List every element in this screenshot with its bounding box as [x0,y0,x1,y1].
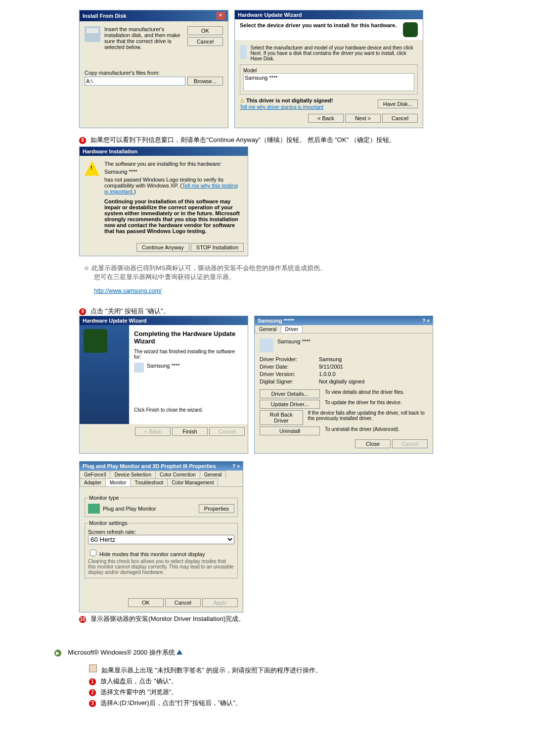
apply-button: Apply [202,598,238,607]
disk-icon [85,26,100,42]
section-bullet: ▶ [54,650,61,657]
not-signed-text: This driver is not digitally signed! [246,97,333,103]
win2000-heading: Microsoft® Windows® 2000 操作系统 [68,649,175,656]
tab-geforce3[interactable]: GeForce3 [80,471,110,478]
properties-button[interactable]: Properties [199,504,234,513]
note-ms: 此显示器驱动器已得到MS商标认可，驱动器的安装不会给您的操作系统造成损伤。 [91,264,326,272]
device-name: Samsung **** [277,338,311,352]
step-9-number: 9 [79,308,86,315]
warn-sign-icon: ⚠ [240,97,245,103]
step-9-text: 点击 "关闭" 按钮后 "确认"。 [90,307,169,315]
tab-color-management[interactable]: Color Management [167,478,218,486]
tab-general[interactable]: General [200,471,226,478]
wizard-icon [403,22,418,37]
cancel-button: Cancel [392,439,428,448]
ok-button[interactable]: OK [128,598,164,607]
device-icon [260,338,273,352]
step-10-number: 10 [79,616,86,623]
tab-monitor[interactable]: Monitor [105,478,131,486]
model-list[interactable]: Samsung **** [243,73,414,91]
monitor-name: Plug and Play Monitor [103,506,156,512]
title: Hardware Update Wizard [83,318,147,324]
model-label: Model [243,68,414,73]
date-value: 9/11/2001 [319,364,343,370]
ok-button[interactable]: OK [187,26,223,35]
hardware-update-wizard-dialog: Hardware Update Wizard Select the device… [234,10,423,128]
titlebar: Samsung ***** ? × [255,316,433,325]
hide-modes-desc: Clearing this check box allows you to se… [88,559,234,575]
cancel-button[interactable]: Cancel [165,598,201,607]
device-icon [240,45,247,59]
provider-value: Samsung [319,356,342,362]
update-desc: To update the driver for this device. [325,400,402,409]
title: Samsung ***** [258,318,294,324]
cancel-button[interactable]: Cancel [382,114,418,123]
signer-value: Not digitally signed [319,378,364,384]
titlebar: Hardware Update Wizard [235,10,423,19]
driver-details-button[interactable]: Driver Details... [260,389,320,398]
completing-heading: Completing the Hardware Update Wizard [134,330,235,345]
win2000-intro: 如果显示器上出现 "未找到数字签名" 的提示，则请按照下面的程序进行操作。 [101,666,321,674]
note-samsung: 您可在三星显示器网站中查询获得认证的显示器。 [94,273,235,281]
finish-button[interactable]: Finish [172,427,208,436]
date-label: Driver Date: [260,364,319,370]
hide-modes-checkbox[interactable] [90,550,96,556]
continue-anyway-button[interactable]: Continue Anyway [136,243,189,252]
step-3-number: 3 [89,700,96,707]
refresh-rate-select[interactable]: 60 Hertz [88,535,234,544]
stop-installation-button[interactable]: STOP Installation [191,243,244,252]
tab-device-selection[interactable]: Device Selection [110,471,155,478]
tab-troubleshoot[interactable]: Troubleshoot [130,478,168,486]
warning-text: Continuing your installation of this sof… [104,198,243,234]
tab-color-correction[interactable]: Color Correction [155,471,200,478]
step-1-number: 1 [89,678,96,685]
logo-test-text: has not passed Windows Logo testing to v… [104,177,243,194]
samsung-url[interactable]: http://www.samsung.com/ [94,287,162,294]
completing-wizard-dialog: Hardware Update Wizard Completing the Ha… [79,316,248,454]
up-arrow-icon [177,650,182,655]
titlebar: Plug and Play Monitor and 3D Prophet III… [80,462,243,471]
note-symbol: ※ [84,265,89,272]
tab-driver[interactable]: Driver [281,325,303,333]
have-disk-button[interactable]: Have Disk... [378,99,418,108]
driver-properties-dialog: Samsung ***** ? × General Driver Samsung… [254,316,433,454]
line1: The software you are installing for this… [104,161,243,167]
tab-general[interactable]: General [255,325,281,333]
window-buttons[interactable]: ? × [232,464,240,469]
tab-adapter[interactable]: Adapter [80,478,106,486]
titlebar: Hardware Installation [80,147,248,156]
close-icon[interactable]: × [216,12,225,20]
hide-modes-label: Hide modes that this monitor cannot disp… [99,551,205,557]
update-driver-button[interactable]: Update Driver... [260,400,320,409]
rollback-button[interactable]: Roll Back Driver [260,410,303,425]
instruction-text: Insert the manufacturer's installation d… [104,26,183,50]
next-button[interactable]: Next > [345,114,381,123]
cancel-button: Cancel [209,427,245,436]
monitor-icon [88,504,100,514]
device-name: Samsung **** [104,169,243,175]
heading: Select the device driver you want to ins… [240,22,397,37]
cancel-button[interactable]: Cancel [187,37,223,46]
win2000-s3: 选择A:(D:\Driver)后，点击"打开"按钮后，"确认"。 [100,699,242,707]
tell-me-link[interactable]: Tell me why driver signing is important [240,104,323,110]
back-button[interactable]: < Back [308,114,344,123]
device-icon [134,363,144,373]
close-button[interactable]: Close [355,439,391,448]
device-name: Samsung **** [147,363,180,373]
version-label: Driver Version: [260,371,319,377]
path-input[interactable] [85,77,185,86]
wizard-banner [80,325,129,424]
install-from-disk-dialog: Install From Disk × Insert the manufactu… [79,10,228,128]
step-10-text: 显示器驱动器的安装(Monitor Driver Installation)完成… [90,615,245,622]
browse-button[interactable]: Browse... [187,77,223,86]
title: Hardware Installation [83,148,137,154]
window-buttons[interactable]: ? × [422,318,430,324]
signer-label: Digital Signer: [260,378,319,384]
details-desc: To view details about the driver files. [325,389,404,398]
completing-sub: The wizard has finished installing the s… [134,349,243,360]
model-item: Samsung **** [245,75,278,81]
back-button: < Back [135,427,171,436]
uninstall-button[interactable]: Uninstall [260,426,320,435]
copy-from-label: Copy manufacturer's files from: [85,70,223,76]
title: Install From Disk [83,13,127,19]
